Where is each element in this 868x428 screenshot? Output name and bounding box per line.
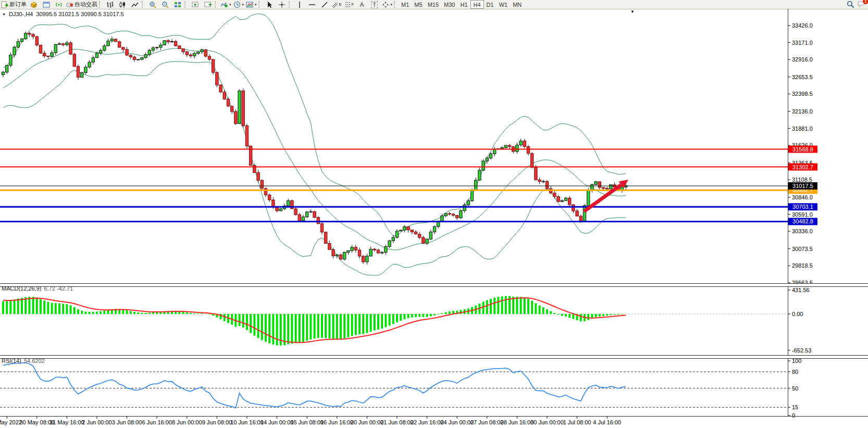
candle: [456, 216, 458, 218]
candle: [302, 217, 304, 221]
ohlc-values: 30995.5 31021.5 30990.5 31017.5: [36, 11, 123, 17]
candles-layer[interactable]: [2, 31, 627, 265]
candle: [545, 181, 548, 188]
candle: [606, 188, 609, 189]
candle: [347, 250, 350, 252]
candle: [594, 182, 597, 184]
candle: [204, 50, 207, 56]
candle: [144, 55, 147, 58]
panel-splitter-macd[interactable]: [0, 283, 868, 287]
candle: [73, 54, 76, 67]
candle: [583, 206, 586, 221]
candle: [92, 58, 94, 62]
candle: [197, 52, 200, 54]
candle: [81, 72, 83, 77]
candle: [77, 67, 79, 78]
candle: [422, 237, 425, 243]
candle: [261, 180, 263, 188]
candle: [13, 47, 16, 55]
chart-canvas[interactable]: 33426.033171.032916.032653.532398.532136…: [0, 0, 868, 428]
candle: [478, 170, 481, 180]
candle: [201, 50, 203, 52]
candle: [152, 48, 154, 51]
candle: [369, 249, 372, 256]
chart-shift-marker[interactable]: ▼: [630, 9, 635, 14]
macd-histogram: [3, 296, 626, 346]
candle: [20, 39, 23, 42]
candle: [193, 53, 196, 56]
candle: [208, 56, 210, 59]
candle: [403, 226, 406, 230]
candle: [388, 241, 391, 246]
candle: [395, 231, 398, 237]
candle: [88, 62, 91, 67]
symbol-dropdown-icon[interactable]: ▼: [2, 12, 6, 16]
candle: [159, 45, 162, 47]
bollinger-lower-band: [3, 61, 626, 275]
candle: [429, 232, 432, 239]
candle: [568, 198, 571, 205]
candle: [332, 249, 334, 256]
candle: [591, 184, 593, 190]
candle: [385, 247, 387, 253]
candle: [448, 213, 451, 214]
candle: [463, 205, 466, 211]
candle: [231, 106, 233, 111]
candle: [122, 47, 125, 49]
candle: [400, 230, 402, 231]
candle: [189, 55, 192, 56]
candle: [212, 59, 215, 72]
candle: [51, 53, 53, 56]
candle: [66, 43, 68, 45]
candle: [489, 154, 492, 158]
candle: [339, 255, 342, 259]
candle: [610, 185, 612, 189]
candle: [137, 59, 140, 60]
candle: [542, 181, 544, 182]
candle: [223, 92, 226, 99]
candle: [516, 145, 518, 151]
chart-header: ▼ DJ30-,H4 30995.5 31021.5 30990.5 31017…: [2, 11, 124, 17]
candle: [62, 44, 65, 45]
candle: [411, 230, 413, 232]
candle: [531, 154, 534, 168]
candle: [538, 180, 541, 181]
candle: [163, 41, 166, 45]
candle: [354, 247, 357, 250]
candle: [17, 42, 19, 47]
price-axis[interactable]: [788, 9, 868, 416]
candle: [433, 226, 436, 232]
candle: [602, 187, 604, 188]
candle: [486, 158, 488, 161]
candle: [306, 212, 308, 217]
candle: [28, 33, 31, 34]
candle: [294, 209, 297, 215]
candle: [572, 205, 575, 211]
candle: [2, 72, 4, 75]
candle: [373, 249, 376, 250]
candle: [561, 200, 563, 202]
rsi-line: [3, 363, 626, 408]
candle: [182, 49, 184, 52]
candle: [564, 198, 567, 200]
candle: [264, 188, 267, 195]
candle: [185, 52, 188, 55]
candle: [118, 42, 121, 47]
candle: [336, 255, 338, 256]
candle: [47, 56, 49, 56]
candle: [167, 41, 169, 42]
candle: [407, 226, 410, 230]
candle: [100, 51, 102, 53]
candle: [69, 43, 72, 54]
bollinger-upper-band: [3, 14, 626, 236]
candle: [39, 45, 42, 53]
candle: [493, 149, 496, 154]
candle: [114, 39, 117, 42]
candle: [129, 55, 132, 57]
panel-splitter-rsi[interactable]: [0, 355, 868, 359]
candle: [519, 141, 522, 145]
candle: [317, 218, 319, 224]
candle: [110, 39, 113, 41]
time-axis[interactable]: [0, 417, 788, 428]
candle: [9, 55, 12, 66]
